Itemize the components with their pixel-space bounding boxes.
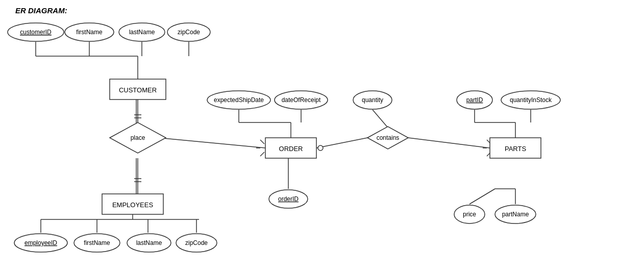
partname-label: partName — [502, 211, 529, 218]
customer-label: CUSTOMER — [119, 86, 157, 94]
svg-line-8 — [158, 138, 265, 148]
svg-line-36 — [260, 140, 264, 144]
zipcode-employee-label: zipCode — [185, 239, 208, 246]
svg-line-23 — [469, 189, 495, 204]
quantityinstock-label: quantityInStock — [510, 96, 552, 104]
firstname-employee-label: firstName — [84, 239, 110, 246]
orderid-label: orderID — [278, 195, 299, 203]
zipcode-customer-label: zipCode — [178, 29, 200, 36]
er-diagram-svg: CUSTOMER ORDER PARTS EMPLOYEES place con… — [0, 0, 644, 273]
place-label: place — [131, 134, 145, 141]
expectedshipdate-label: expectedShipDate — [214, 96, 264, 104]
parts-label: PARTS — [505, 145, 526, 153]
order-label: ORDER — [279, 145, 303, 153]
price-label: price — [463, 211, 476, 218]
quantity-label: quantity — [362, 96, 383, 104]
lastname-customer-label: lastName — [129, 29, 155, 36]
partid-label: partID — [466, 96, 483, 104]
dateofreceipt-label: dateOfReceipt — [282, 96, 321, 104]
contains-label: contains — [377, 134, 400, 141]
svg-line-17 — [373, 110, 388, 128]
employeeid-label: employeeID — [24, 239, 57, 246]
svg-point-39 — [318, 145, 323, 151]
svg-line-11 — [316, 138, 367, 148]
svg-line-12 — [408, 138, 490, 148]
employees-label: EMPLOYEES — [112, 201, 154, 209]
firstname-customer-label: firstName — [76, 29, 103, 36]
page-container: ER DIAGRAM: — [0, 0, 644, 273]
svg-line-37 — [260, 152, 264, 156]
lastname-employee-label: lastName — [136, 239, 162, 246]
customerid-label: customerID — [20, 29, 52, 36]
